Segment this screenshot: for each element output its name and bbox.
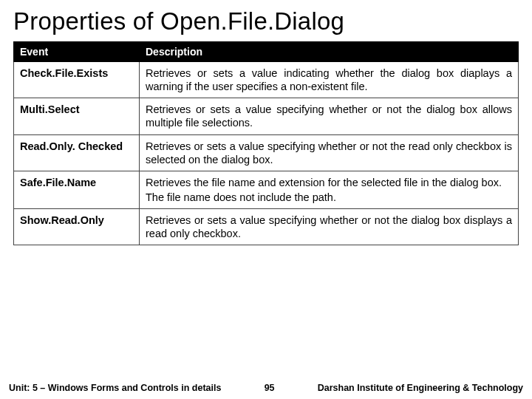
cell-description-line2: The file name does not include the path. bbox=[146, 191, 512, 204]
table-header-row: Event Description bbox=[14, 42, 519, 62]
table-row: Show.Read.Only Retrieves or sets a value… bbox=[14, 209, 519, 245]
cell-description: Retrieves or sets a value specifying whe… bbox=[140, 209, 519, 245]
cell-description: Retrieves or sets a value specifying whe… bbox=[140, 134, 519, 171]
footer-page-number: 95 bbox=[221, 383, 317, 393]
col-header-event: Event bbox=[14, 42, 140, 62]
cell-description: Retrieves or sets a value indicating whe… bbox=[140, 62, 519, 98]
cell-event: Multi.Select bbox=[14, 98, 140, 134]
table-row: Safe.File.Name Retrieves the file name a… bbox=[14, 171, 519, 208]
footer: Unit: 5 – Windows Forms and Controls in … bbox=[0, 383, 532, 393]
cell-event: Show.Read.Only bbox=[14, 209, 140, 245]
table-row: Multi.Select Retrieves or sets a value s… bbox=[14, 98, 519, 134]
page-title: Properties of Open.File.Dialog bbox=[13, 7, 519, 35]
table-row: Read.Only. Checked Retrieves or sets a v… bbox=[14, 134, 519, 171]
col-header-description: Description bbox=[140, 42, 519, 62]
cell-event: Safe.File.Name bbox=[14, 171, 140, 208]
slide: Properties of Open.File.Dialog Event Des… bbox=[0, 0, 532, 399]
cell-description-line1: Retrieves the file name and extension fo… bbox=[146, 177, 502, 188]
cell-description: Retrieves or sets a value specifying whe… bbox=[140, 98, 519, 134]
table-row: Check.File.Exists Retrieves or sets a va… bbox=[14, 62, 519, 98]
cell-event: Read.Only. Checked bbox=[14, 134, 140, 171]
cell-event: Check.File.Exists bbox=[14, 62, 140, 98]
footer-unit: Unit: 5 – Windows Forms and Controls in … bbox=[9, 383, 221, 393]
cell-description: Retrieves the file name and extension fo… bbox=[140, 171, 519, 208]
properties-table: Event Description Check.File.Exists Retr… bbox=[13, 41, 519, 245]
footer-organization: Darshan Institute of Engineering & Techn… bbox=[318, 383, 523, 393]
